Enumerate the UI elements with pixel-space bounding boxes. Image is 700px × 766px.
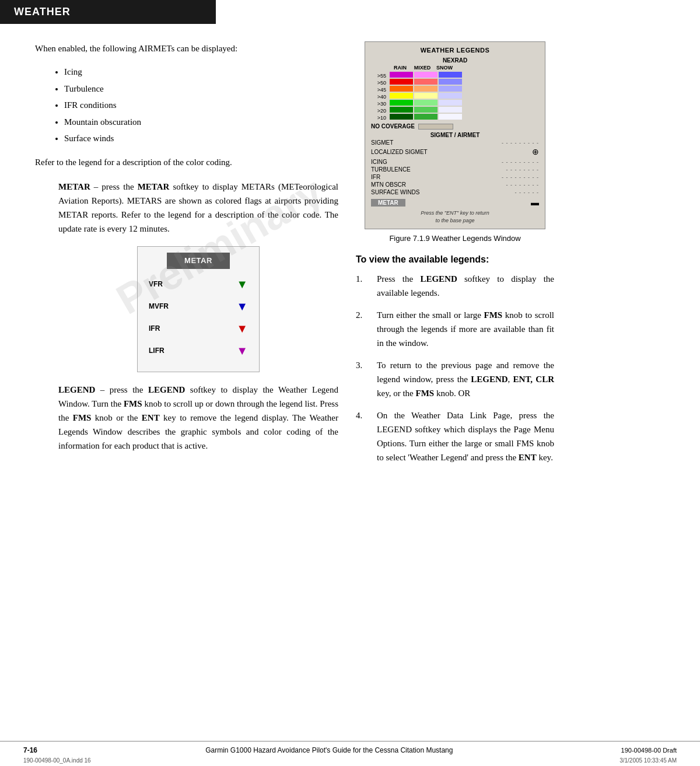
sigmet-header: SIGMET / AIRMET (371, 132, 539, 138)
rain-40 (390, 93, 413, 99)
sigmet-label: SIGMET (371, 139, 393, 146)
metar-row-lifr: LIFR ▼ (149, 341, 248, 360)
rain-55 (390, 72, 413, 78)
mtn-obscr-label: MTN OBSCR (371, 181, 406, 188)
metar-legend-bar: METAR (371, 199, 405, 207)
mixed-column (414, 72, 438, 120)
rain-20 (390, 107, 413, 113)
list-item: Surface winds (64, 130, 338, 147)
sigmet-dots: - - - - - - - - - (502, 140, 539, 146)
mixed-20 (414, 107, 438, 113)
header-title: WEATHER (14, 6, 71, 18)
nexrad-section: NEXRAD >55 >50 >45 >40 >30 >20 >10 (371, 57, 539, 121)
metar-legend-section: METAR ▬ (371, 198, 539, 207)
rain-10 (390, 114, 413, 120)
col-header-snow: SNOW (434, 65, 455, 71)
metar-label-mvfr: MVFR (149, 301, 184, 312)
mixed-50 (414, 79, 438, 85)
turbulence-row: TURBULENCE - - - - - - - - (371, 166, 539, 173)
intro-text: When enabled, the following AIRMETs can … (35, 41, 338, 55)
nexrad-label: NEXRAD (371, 57, 539, 64)
mixed-10 (414, 114, 438, 120)
file-info-left: 190-00498-00_0A.indd 16 (23, 757, 91, 764)
list-item: IFR conditions (64, 97, 338, 114)
dbz-label-40: >40 (371, 94, 387, 100)
snow-20 (439, 107, 462, 113)
to-view-list: 1. Press the LEGEND softkey to display t… (356, 272, 554, 464)
metar-label-lifr: LIFR (149, 345, 184, 356)
metar-diagram: METAR VFR ▼ MVFR ▼ IFR ▼ LIFR ▼ (137, 246, 260, 373)
to-view-section: To view the available legends: 1. Press … (356, 254, 554, 473)
legend-text: – press the LEGEND softkey to display th… (58, 385, 338, 450)
surface-winds-dots: - - - - - - (515, 190, 540, 195)
no-coverage-label: NO COVERAGE (371, 123, 415, 130)
metar-row-vfr: VFR ▼ (149, 275, 248, 293)
weather-legends-panel: WEATHER LEGENDS NEXRAD >55 >50 >45 >40 >… (365, 41, 545, 229)
metar-arrow-vfr: ▼ (236, 275, 248, 293)
bullet-list: Icing Turbulence IFR conditions Mountain… (35, 64, 338, 147)
metar-arrow-lifr: ▼ (236, 341, 248, 360)
dbz-column: >55 >50 >45 >40 >30 >20 >10 (371, 73, 387, 121)
to-view-item-2: 2. Turn either the small or large FMS kn… (356, 308, 554, 350)
file-info-bar: 190-00498-00_0A.indd 16 3/1/2005 10:33:4… (23, 757, 677, 764)
no-coverage-row: NO COVERAGE (371, 123, 539, 130)
snow-50 (439, 79, 462, 85)
item-text-1: Press the LEGEND softkey to display the … (377, 272, 554, 300)
sigmet-row: SIGMET - - - - - - - - - (371, 139, 539, 146)
metar-row-mvfr: MVFR ▼ (149, 297, 248, 316)
snow-10 (439, 114, 462, 120)
file-info-right: 3/1/2005 10:33:45 AM (620, 757, 677, 764)
metar-arrow-ifr: ▼ (236, 319, 248, 338)
legend-keyword: LEGEND (58, 385, 95, 394)
dbz-label-10: >10 (371, 115, 387, 121)
item-num-1: 1. (356, 272, 368, 300)
localized-sigmet-label: LOCALIZED SIGMET (371, 149, 428, 155)
refer-text: Refer to the legend for a description of… (35, 155, 338, 169)
rain-45 (390, 86, 413, 92)
dbz-label-30: >30 (371, 101, 387, 107)
metar-arrow-mvfr: ▼ (236, 297, 248, 316)
mixed-30 (414, 100, 438, 106)
mtn-obscr-dots: - - - - - - - - (506, 182, 539, 188)
col-header-mixed: MIXED (412, 65, 433, 71)
footer-page-num: 7-16 (23, 746, 37, 754)
rain-30 (390, 100, 413, 106)
compass-icon: ⊕ (532, 147, 539, 156)
turbulence-label: TURBULENCE (371, 166, 411, 173)
dbz-label-45: >45 (371, 87, 387, 93)
ifr-dots: - - - - - - - - - (502, 174, 539, 180)
ifr-row: IFR - - - - - - - - - (371, 174, 539, 180)
metar-indicator: ▬ (531, 198, 539, 207)
item-num-4: 4. (356, 408, 368, 464)
right-column: WEATHER LEGENDS NEXRAD >55 >50 >45 >40 >… (356, 41, 554, 473)
metar-block: METAR – press the METAR softkey to displ… (35, 180, 338, 373)
item-text-2: Turn either the small or large FMS knob … (377, 308, 554, 350)
snow-30 (439, 100, 462, 106)
item-text-3: To return to the previous page and remov… (377, 358, 554, 400)
mtn-obscr-row: MTN OBSCR - - - - - - - - (371, 181, 539, 188)
metar-row-ifr: IFR ▼ (149, 319, 248, 338)
no-coverage-box (418, 124, 453, 130)
legend-block: LEGEND – press the LEGEND softkey to dis… (35, 383, 338, 453)
figure-caption: Figure 7.1.9 Weather Legends Window (389, 234, 520, 243)
metar-keyword: METAR (58, 182, 90, 191)
main-content: When enabled, the following AIRMETs can … (0, 24, 700, 484)
localized-sigmet-row: LOCALIZED SIGMET ⊕ (371, 147, 539, 156)
to-view-item-3: 3. To return to the previous page and re… (356, 358, 554, 400)
item-num-2: 2. (356, 308, 368, 350)
surface-winds-label: SURFACE WINDS (371, 189, 419, 195)
page-header: WEATHER (0, 0, 216, 24)
press-info: Press the "ENT" key to returnto the base… (371, 209, 539, 224)
icing-row: ICING - - - - - - - - - (371, 159, 539, 165)
turbulence-dots: - - - - - - - - (506, 167, 539, 173)
left-column: When enabled, the following AIRMETs can … (35, 41, 338, 473)
sigmet-section: SIGMET / AIRMET SIGMET - - - - - - - - -… (371, 132, 539, 156)
dbz-label-20: >20 (371, 108, 387, 114)
metar-label-ifr: IFR (149, 323, 184, 334)
item-text-4: On the Weather Data Link Page, press the… (377, 408, 554, 464)
snow-40 (439, 93, 462, 99)
metar-label-vfr: VFR (149, 279, 184, 290)
to-view-item-1: 1. Press the LEGEND softkey to display t… (356, 272, 554, 300)
list-item: Turbulence (64, 81, 338, 97)
mixed-45 (414, 86, 438, 92)
